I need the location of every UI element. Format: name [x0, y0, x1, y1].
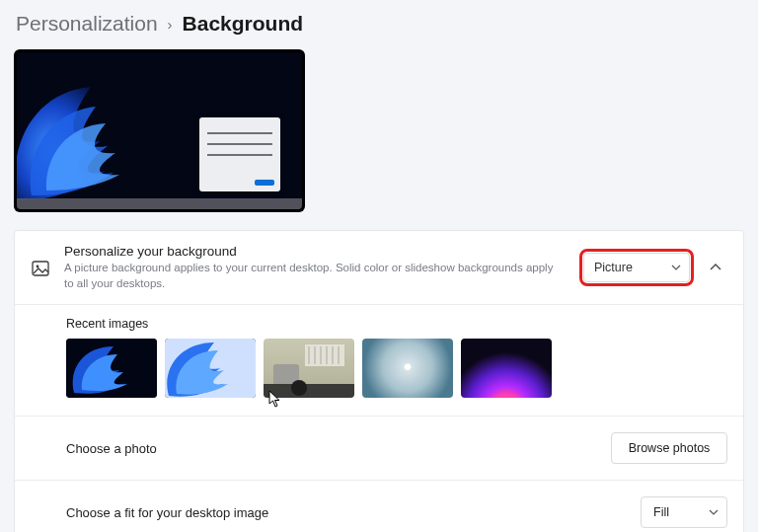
mouse-cursor-icon	[268, 390, 282, 408]
recent-image-thumb[interactable]	[461, 339, 552, 398]
background-type-value: Picture	[594, 261, 633, 274]
browse-photos-button[interactable]: Browse photos	[611, 432, 727, 464]
background-type-dropdown[interactable]: Picture	[583, 253, 690, 282]
chevron-down-icon	[709, 507, 719, 517]
fit-dropdown-value: Fill	[653, 505, 669, 519]
svg-point-1	[37, 266, 39, 268]
recent-image-thumb[interactable]	[264, 339, 354, 398]
collapse-section-button[interactable]	[704, 261, 727, 274]
desktop-preview	[14, 49, 305, 212]
recent-image-thumb[interactable]	[66, 339, 157, 398]
chevron-right-icon: ›	[168, 16, 173, 33]
svg-rect-0	[33, 262, 48, 275]
choose-photo-label: Choose a photo	[66, 441, 157, 456]
browse-photos-label: Browse photos	[629, 441, 711, 455]
chevron-down-icon	[671, 263, 681, 272]
choose-fit-row: Choose a fit for your desktop image Fill	[15, 481, 743, 532]
svg-point-13	[291, 380, 307, 396]
preview-dialog	[199, 117, 280, 191]
personalize-subtitle: A picture background applies to your cur…	[64, 261, 558, 291]
chevron-up-icon	[709, 261, 722, 274]
recent-images-title: Recent images	[66, 317, 727, 331]
picture-icon	[31, 259, 50, 278]
bloom-wallpaper	[17, 52, 185, 209]
breadcrumb-current: Background	[183, 12, 304, 36]
recent-images-section: Recent images	[15, 305, 743, 417]
preview-taskbar	[17, 198, 302, 209]
choose-photo-row: Choose a photo Browse photos	[15, 417, 743, 481]
breadcrumb-parent[interactable]: Personalization	[16, 12, 158, 36]
personalize-background-row[interactable]: Personalize your background A picture ba…	[15, 231, 743, 305]
recent-image-thumb[interactable]	[362, 339, 453, 398]
recent-image-thumb[interactable]	[165, 339, 256, 398]
fit-dropdown[interactable]: Fill	[641, 496, 727, 528]
background-settings-card: Personalize your background A picture ba…	[14, 230, 744, 532]
breadcrumb: Personalization › Background	[14, 12, 744, 36]
personalize-title: Personalize your background	[64, 244, 569, 259]
choose-fit-label: Choose a fit for your desktop image	[66, 505, 268, 520]
